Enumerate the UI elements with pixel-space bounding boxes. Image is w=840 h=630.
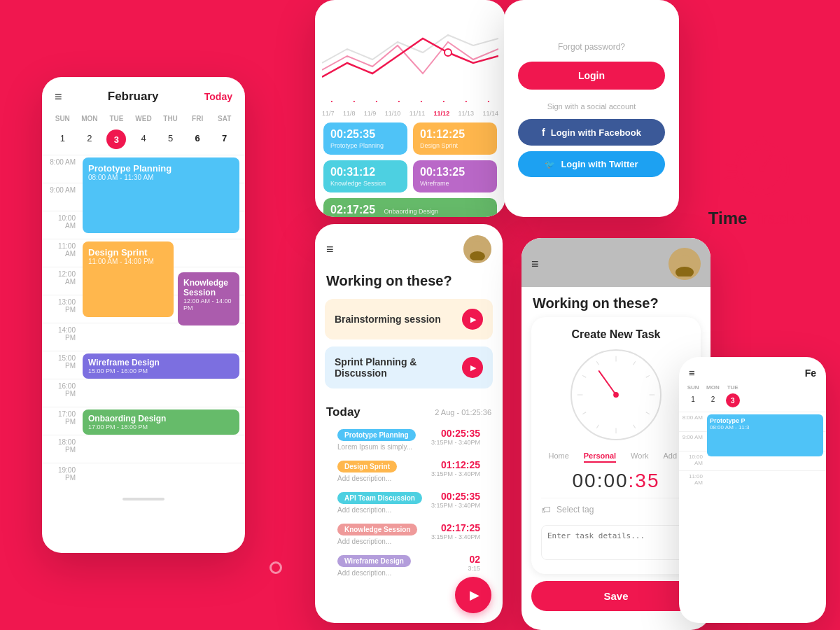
cal-date-7[interactable]: 7 xyxy=(211,130,238,149)
task-play-button[interactable] xyxy=(462,357,483,378)
cal-date-5[interactable]: 5 xyxy=(157,130,184,149)
svg-point-2 xyxy=(470,251,485,260)
tab-work[interactable]: Work xyxy=(631,451,648,463)
calendar-month-title: February xyxy=(108,90,159,104)
create-task-form: Create New Task xyxy=(531,317,701,574)
today-items-list: Prototype Planning Lorem Ipsum is simply… xyxy=(315,428,503,585)
event-title: Prototype Planning xyxy=(88,163,234,174)
today-label: Today xyxy=(326,405,360,419)
svg-point-18 xyxy=(613,392,619,398)
svg-point-1 xyxy=(472,241,482,251)
time-block-onboarding: 02:17:25 Onbaording Design xyxy=(323,198,497,217)
event-title: Wireframe Design xyxy=(88,358,234,368)
time-blocks: 00:25:35 Prototype Planning 01:12:25 Des… xyxy=(315,117,505,198)
svg-point-25 xyxy=(759,167,764,172)
today-date: 2 Aug - 01:25:36 xyxy=(435,408,491,416)
today-item-api: API Team Discussion Add description... 0… xyxy=(326,491,491,522)
login-form: Forgot password? Login Sign with a socia… xyxy=(504,0,679,197)
event-wireframe-design[interactable]: Wireframe Design 15:00 PM - 16:00 PM xyxy=(83,354,239,379)
calendar-header: ≡ February Today xyxy=(42,77,245,109)
working-card: ≡ Working on these? Brainstorming sessio… xyxy=(315,224,503,623)
working-title: Working on these? xyxy=(522,287,710,317)
calendar-card: ≡ February Today SUN MON TUE WED THU FRI… xyxy=(42,77,245,553)
hamburger-icon[interactable]: ≡ xyxy=(55,90,62,103)
task-label: Sprint Planning & Discussion xyxy=(335,356,462,379)
task-play-button[interactable] xyxy=(462,309,483,330)
calendar-dates: 1 2 3 4 5 6 7 xyxy=(42,128,245,155)
hamburger-icon[interactable]: ≡ xyxy=(531,257,539,272)
chart-tick-marks: • • • • • • • • xyxy=(315,98,505,107)
today-tag: Knowledge Session xyxy=(337,524,417,536)
svg-line-16 xyxy=(596,361,598,365)
event-time: 11:00 AM - 14:00 PM xyxy=(88,258,168,265)
time-tracking-label: Time Trackin xyxy=(708,209,811,228)
facebook-icon: f xyxy=(542,127,545,138)
calendar-small-card: ≡ Fe SUN MON TUE 1 2 3 8:00 AM 9:00 AM 1… xyxy=(679,357,826,623)
select-tag-label: Select tag xyxy=(556,505,594,514)
task-item-sprint[interactable]: Sprint Planning & Discussion xyxy=(325,346,493,388)
cal-small-timeline: 8:00 AM 9:00 AM 10:00 AM 11:00 AM Protot… xyxy=(679,412,826,608)
cal-date-4[interactable]: 4 xyxy=(130,130,158,149)
time-block-prototype: 00:25:35 Prototype Planning xyxy=(323,122,407,155)
tab-personal[interactable]: Personal xyxy=(584,451,616,463)
task-details-input[interactable] xyxy=(541,525,691,560)
cal-small-dates: 1 2 3 xyxy=(679,392,826,412)
today-tag: Wireframe Design xyxy=(337,555,411,567)
time-tracking-chart-card: • • • • • • • • 11/7 11/8 11/9 11/10 11/… xyxy=(315,0,505,217)
svg-point-3 xyxy=(679,255,690,266)
working-title: Working on these? xyxy=(315,269,503,299)
cal-date-6[interactable]: 6 xyxy=(184,130,211,149)
tag-field[interactable]: 🏷 Select tag xyxy=(541,498,691,521)
hamburger-icon[interactable]: ≡ xyxy=(326,242,334,257)
calendar-days-header: SUN MON TUE WED THU FRI SAT xyxy=(42,109,245,128)
timer-display: 00:00:35 xyxy=(541,470,691,492)
forgot-password-link[interactable]: Forgot password? xyxy=(518,42,665,52)
task-label: Brainstorming session xyxy=(335,314,441,325)
today-item-knowledge: Knowledge Session Add description... 02:… xyxy=(326,522,491,554)
event-prototype-planning[interactable]: Prototype Planning 08:00 AM - 11:30 AM xyxy=(83,158,239,233)
login-button[interactable]: Login xyxy=(518,62,665,90)
hamburger-icon[interactable]: ≡ xyxy=(689,367,695,379)
time-block-design-sprint: 01:12:25 Design Sprint xyxy=(413,122,497,155)
chart-date-labels: 11/7 11/8 11/9 11/10 11/11 11/12 11/13 1… xyxy=(315,110,505,117)
cal-small-days-header: SUN MON TUE xyxy=(679,383,826,392)
event-title: Onbaording Design xyxy=(88,414,234,424)
today-item-design-sprint: Design Sprint Add description... 01:12:2… xyxy=(326,459,491,491)
save-button[interactable]: Save xyxy=(531,581,701,611)
cal-small-header: ≡ Fe xyxy=(679,357,826,383)
working-header: ≡ xyxy=(315,224,503,269)
cs-event-prototype: Prototype P 08:00 AM - 11:3 xyxy=(707,414,823,456)
task-category-tabs: Home Personal Work Add + xyxy=(541,447,691,467)
event-time: 15:00 PM - 16:00 PM xyxy=(88,368,234,374)
event-onboarding-design[interactable]: Onbaording Design 17:00 PM - 18:00 PM xyxy=(83,410,239,435)
event-design-sprint[interactable]: Design Sprint 11:00 AM - 14:00 PM xyxy=(83,241,174,317)
event-time: 17:00 PM - 18:00 PM xyxy=(88,424,234,430)
svg-line-6 xyxy=(634,361,636,365)
cal-date-2[interactable]: 2 xyxy=(76,130,104,149)
today-tag: Design Sprint xyxy=(337,461,397,472)
cal-date-1[interactable]: 1 xyxy=(49,130,76,149)
today-button[interactable]: Today xyxy=(204,91,232,102)
event-time: 08:00 AM - 11:30 AM xyxy=(88,174,234,181)
today-section: Today 2 Aug - 01:25:36 xyxy=(315,396,503,419)
tab-home[interactable]: Home xyxy=(548,451,568,463)
play-fab-button[interactable] xyxy=(455,577,491,613)
svg-point-4 xyxy=(676,267,694,276)
today-header: Today 2 Aug - 01:25:36 xyxy=(326,405,491,419)
time-block-wireframe: 00:13:25 Wireframe xyxy=(413,160,497,192)
event-knowledge-session[interactable]: Knowledge Session 12:00 AM - 14:00 PM xyxy=(178,272,239,326)
cal-date-3[interactable]: 3 xyxy=(106,130,126,149)
svg-line-15 xyxy=(582,375,586,377)
clock-face xyxy=(570,349,662,440)
user-avatar xyxy=(463,235,491,263)
login-facebook-button[interactable]: f Login with Facebook xyxy=(518,119,665,146)
login-card: Forgot password? Login Sign with a socia… xyxy=(504,0,679,217)
time-tracking-promo: Time Trackin xyxy=(693,112,826,364)
login-twitter-button[interactable]: 🐦 Login with Twitter xyxy=(518,151,665,177)
stopwatch-icon xyxy=(721,126,798,203)
svg-line-13 xyxy=(582,412,586,414)
today-time: 00:25:35 xyxy=(431,428,480,439)
time-block-knowledge: 00:31:12 Knowledge Session xyxy=(323,160,407,192)
task-item-brainstorming[interactable]: Brainstorming session xyxy=(325,299,493,340)
cal-small-month: Fe xyxy=(805,368,816,379)
